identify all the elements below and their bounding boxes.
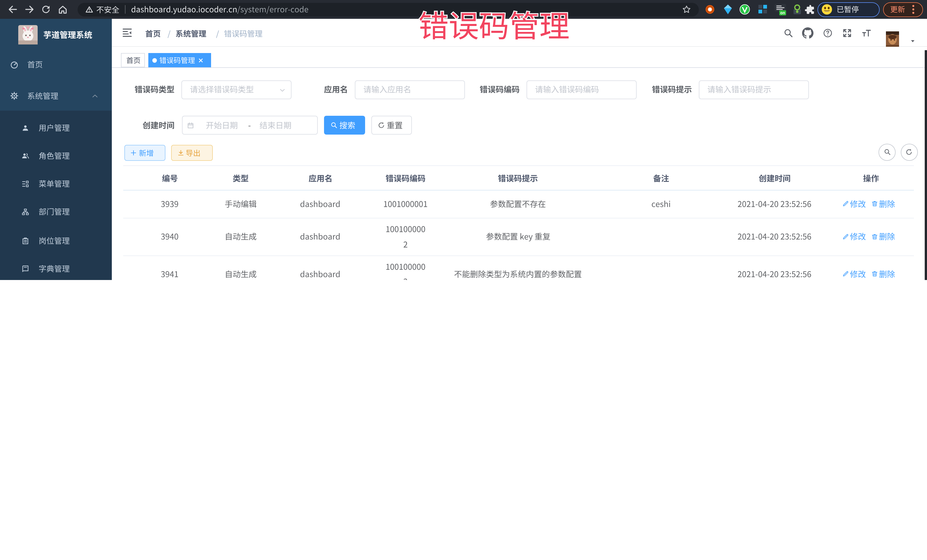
svg-text:on: on (780, 11, 785, 15)
